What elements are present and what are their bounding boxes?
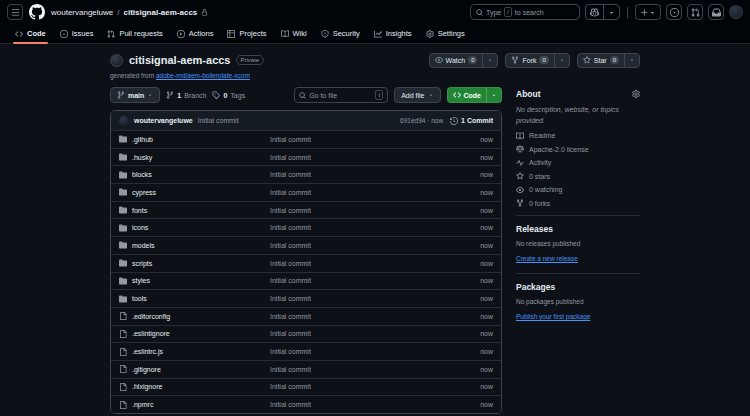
repo-tab[interactable]: Code <box>8 24 53 43</box>
file-commit-message-link[interactable]: Initial commit <box>270 401 480 408</box>
code-button[interactable]: Code <box>447 87 503 103</box>
go-to-file-input[interactable] <box>309 92 372 99</box>
about-list-item[interactable]: Activity <box>516 159 640 167</box>
file-name-link[interactable]: blocks <box>132 171 270 178</box>
commit-author-link[interactable]: woutervangeluwe <box>134 117 193 124</box>
code-dropdown[interactable] <box>486 88 501 102</box>
file-commit-message-link[interactable]: Initial commit <box>270 366 480 373</box>
repo-owner-avatar[interactable] <box>110 54 123 67</box>
copilot-dropdown-button[interactable] <box>603 5 619 19</box>
file-name-link[interactable]: .hlxignore <box>132 383 270 390</box>
repo-action-count: 0 <box>610 56 619 64</box>
file-commit-message-link[interactable]: Initial commit <box>270 189 480 196</box>
breadcrumb-repo-link[interactable]: citisignal-aem-accs <box>124 8 198 17</box>
repo-action-dropdown[interactable] <box>554 54 569 67</box>
file-name-link[interactable]: styles <box>132 277 270 284</box>
file-commit-message-link[interactable]: Initial commit <box>270 136 480 143</box>
file-commit-message-link[interactable]: Initial commit <box>270 224 480 231</box>
repo-action-dropdown[interactable] <box>482 54 497 67</box>
file-commit-message-link[interactable]: Initial commit <box>270 295 480 302</box>
repo-title[interactable]: citisignal-aem-accs <box>129 54 231 66</box>
repo-action-dropdown[interactable] <box>624 54 639 67</box>
edit-about-gear-icon[interactable] <box>632 90 640 98</box>
issues-button[interactable] <box>666 4 682 20</box>
file-name-link[interactable]: .npmrc <box>132 401 270 408</box>
repo-action-main[interactable]: Watch 0 <box>430 54 483 67</box>
repo-tab[interactable]: Pull requests <box>100 24 169 43</box>
global-nav-menu-button[interactable] <box>7 4 23 20</box>
file-name-link[interactable]: .eslintignore <box>132 330 270 337</box>
notifications-button[interactable] <box>708 4 724 20</box>
about-list-item[interactable]: 0 forks <box>516 199 640 207</box>
create-new-segment[interactable] <box>636 5 660 19</box>
about-list-item[interactable]: Readme <box>516 132 640 140</box>
file-commit-message-link[interactable]: Initial commit <box>270 171 480 178</box>
branch-picker-button[interactable]: main <box>110 87 160 103</box>
create-new-button[interactable] <box>635 4 661 20</box>
tab-label: Insights <box>386 29 412 38</box>
generated-from-link[interactable]: adobe-rnd/aem-boilerplate-xcom <box>156 72 250 79</box>
file-name-link[interactable]: .husky <box>132 154 270 161</box>
file-commit-message-link[interactable]: Initial commit <box>270 260 480 267</box>
commit-history-link[interactable]: 1 Commit <box>450 117 493 125</box>
repo-action-main[interactable]: Star 0 <box>578 54 624 67</box>
repo-tab[interactable]: Security <box>314 24 367 43</box>
repo-action-label: Fork <box>522 57 536 64</box>
commit-sha-link[interactable]: 691ed94 · now <box>400 117 443 124</box>
chevron-down-icon <box>559 57 565 63</box>
copilot-chat-button[interactable] <box>586 5 603 19</box>
file-name-link[interactable]: .gitignore <box>132 366 270 373</box>
file-name-link[interactable]: .editorconfig <box>132 313 270 320</box>
publish-package-link[interactable]: Publish your first package <box>516 313 590 320</box>
file-name-link[interactable]: .github <box>132 136 270 143</box>
tags-link[interactable]: 0 Tags <box>212 91 245 99</box>
github-logo[interactable] <box>29 4 45 20</box>
tab-label: Pull requests <box>119 29 162 38</box>
go-to-file-search[interactable]: t <box>294 87 388 103</box>
about-item-icon <box>516 145 524 153</box>
about-list-item[interactable]: Apache-2.0 license <box>516 145 640 153</box>
repo-action-main[interactable]: Fork 0 <box>506 54 553 67</box>
repo-tab[interactable]: Settings <box>419 24 472 43</box>
file-type-icon <box>119 330 132 338</box>
user-avatar[interactable] <box>729 5 743 19</box>
branches-link[interactable]: 1 Branch <box>166 91 206 99</box>
file-commit-message-link[interactable]: Initial commit <box>270 207 480 214</box>
repo-tab[interactable]: Projects <box>220 24 273 43</box>
create-release-link[interactable]: Create a new release <box>516 255 578 262</box>
file-type-icon <box>119 277 132 285</box>
file-type-icon <box>119 348 132 356</box>
file-type-icon <box>119 224 132 232</box>
add-file-button[interactable]: Add file <box>394 87 440 103</box>
repo-tab[interactable]: Issues <box>53 24 101 43</box>
repo-tab[interactable]: Actions <box>170 24 221 43</box>
file-name-link[interactable]: fonts <box>132 207 270 214</box>
tab-icon <box>374 30 382 38</box>
breadcrumb-separator: / <box>117 8 119 17</box>
file-commit-message-link[interactable]: Initial commit <box>270 313 480 320</box>
repo-tab[interactable]: Wiki <box>274 24 314 43</box>
file-name-link[interactable]: .eslintrc.js <box>132 348 270 355</box>
commit-author-avatar[interactable] <box>119 116 129 126</box>
file-commit-message-link[interactable]: Initial commit <box>270 154 480 161</box>
repo-tab[interactable]: Insights <box>367 24 419 43</box>
tab-icon <box>177 30 185 38</box>
pull-requests-button[interactable] <box>687 4 703 20</box>
file-commit-message-link[interactable]: Initial commit <box>270 348 480 355</box>
file-name-link[interactable]: tools <box>132 295 270 302</box>
about-list-item[interactable]: 0 stars <box>516 172 640 180</box>
file-name-link[interactable]: scripts <box>132 260 270 267</box>
file-name-link[interactable]: models <box>132 242 270 249</box>
about-list-item[interactable]: 0 watching <box>516 186 640 194</box>
commit-message-link[interactable]: Initial commit <box>198 117 239 124</box>
file-name-link[interactable]: cypress <box>132 189 270 196</box>
file-commit-message-link[interactable]: Initial commit <box>270 330 480 337</box>
about-item-icon <box>516 172 524 180</box>
global-search-button[interactable]: Type / to search <box>470 4 580 20</box>
file-commit-message-link[interactable]: Initial commit <box>270 242 480 249</box>
file-commit-message-link[interactable]: Initial commit <box>270 277 480 284</box>
file-name-link[interactable]: icons <box>132 224 270 231</box>
file-commit-message-link[interactable]: Initial commit <box>270 383 480 390</box>
repo-action-button: Watch 0 <box>429 53 499 68</box>
breadcrumb-owner-link[interactable]: woutervangeluwe <box>51 8 113 17</box>
